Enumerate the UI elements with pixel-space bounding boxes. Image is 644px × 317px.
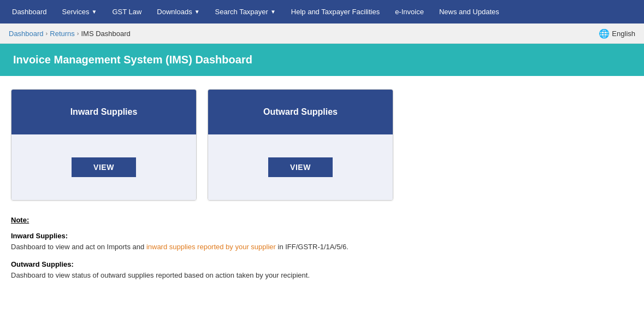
inward-supplies-header: Inward Supplies [11,90,196,134]
breadcrumb-bar: Dashboard › Returns › IMS Dashboard 🌐 En… [0,24,644,44]
inward-supplies-note: Inward Supplies: Dashboard to view and a… [11,232,633,253]
main-nav: Dashboard Services ▼ GST Law Downloads ▼… [0,0,644,24]
outward-supplies-header: Outward Supplies [208,90,393,134]
breadcrumb: Dashboard › Returns › IMS Dashboard [9,30,131,38]
cards-row: Inward Supplies VIEW Outward Supplies VI… [11,89,633,201]
inward-highlight-orange: inward supplies reported by your supplie… [146,243,276,251]
chevron-down-icon: ▼ [91,9,97,15]
notes-section: Note: Inward Supplies: Dashboard to view… [11,216,633,280]
chevron-down-icon: ▼ [270,9,276,15]
nav-services[interactable]: Services ▼ [55,0,105,24]
outward-supplies-note: Outward Supplies: Dashboard to view stat… [11,260,633,281]
outward-supplies-body: VIEW [208,134,393,200]
breadcrumb-dashboard[interactable]: Dashboard [9,30,44,38]
outward-supplies-card: Outward Supplies VIEW [208,89,393,201]
language-label: English [612,30,635,38]
nav-downloads[interactable]: Downloads ▼ [149,0,207,24]
nav-einvoice[interactable]: e-Invoice [387,0,432,24]
chevron-down-icon: ▼ [194,9,200,15]
breadcrumb-current: IMS Dashboard [81,30,130,38]
inward-supplies-card: Inward Supplies VIEW [11,89,197,201]
inward-note-text: Dashboard to view and act on Imports and… [11,242,633,253]
main-content: Inward Supplies VIEW Outward Supplies VI… [0,76,644,301]
page-header-banner: Invoice Management System (IMS) Dashboar… [0,44,644,76]
globe-icon: 🌐 [599,28,610,39]
page-title: Invoice Management System (IMS) Dashboar… [13,54,631,66]
outward-note-text: Dashboard to view status of outward supp… [11,270,633,281]
breadcrumb-sep-1: › [46,30,48,37]
outward-note-title: Outward Supplies: [11,260,633,268]
inward-note-title: Inward Supplies: [11,232,633,240]
nav-gst-law[interactable]: GST Law [104,0,149,24]
nav-news[interactable]: News and Updates [432,0,507,24]
breadcrumb-sep-2: › [77,30,79,37]
breadcrumb-returns[interactable]: Returns [50,30,75,38]
outward-view-button[interactable]: VIEW [268,157,333,177]
nav-help[interactable]: Help and Taxpayer Facilities [283,0,387,24]
language-selector[interactable]: 🌐 English [599,28,635,39]
inward-supplies-body: VIEW [11,134,196,200]
nav-search-taxpayer[interactable]: Search Taxpayer ▼ [208,0,283,24]
nav-dashboard[interactable]: Dashboard [4,0,55,24]
inward-view-button[interactable]: VIEW [72,157,136,177]
note-label: Note: [11,216,633,224]
